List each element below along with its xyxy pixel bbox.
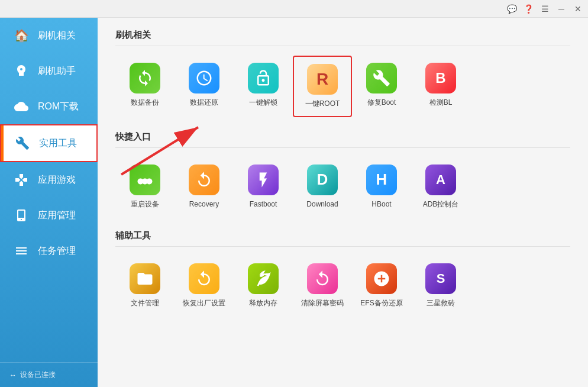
item-checkbl[interactable]: B 检测BL — [411, 56, 470, 117]
section-quick-entry: 快捷入口 重启设备 Recovery — [115, 131, 570, 217]
restart-label: 重启设备 — [131, 200, 159, 209]
connect-icon: ↔ — [9, 371, 17, 379]
adb-icon: A — [425, 165, 456, 195]
item-download[interactable]: D Download — [293, 157, 352, 217]
help-btn[interactable]: ❓ — [521, 2, 536, 16]
samsung-icon: S — [425, 263, 456, 294]
factoryreset-icon — [189, 263, 219, 294]
unlock-label: 一键解锁 — [249, 98, 277, 108]
download-icon: D — [307, 165, 338, 195]
sidebar-item-welcome[interactable]: 🏠 刷机相关 — [0, 18, 98, 53]
clearpass-icon — [307, 263, 338, 294]
factoryreset-label: 恢复出厂设置 — [183, 299, 225, 308]
item-freemem[interactable]: 释放内存 — [234, 256, 293, 315]
item-samsung[interactable]: S 三星救砖 — [411, 256, 470, 315]
sidebar-label-rom: ROM下载 — [38, 101, 79, 113]
sidebar-item-tools[interactable]: 实用工具 — [0, 124, 98, 162]
section-title-aux: 辅助工具 — [115, 230, 570, 247]
item-restore[interactable]: 数据还原 — [175, 56, 234, 117]
quick-entry-grid: 重启设备 Recovery Fastboot — [115, 157, 570, 217]
aux-tools-grid: 文件管理 恢复出厂设置 释放内存 — [115, 256, 570, 315]
hboot-label: HBoot — [371, 200, 391, 209]
minimize-btn[interactable]: ─ — [554, 2, 569, 16]
wrench-icon — [13, 134, 32, 153]
sidebar-label-tools: 实用工具 — [39, 137, 77, 150]
restore-label: 数据还原 — [190, 98, 218, 108]
sidebar-label-flash: 刷机助手 — [38, 65, 76, 78]
restore-icon — [189, 63, 219, 93]
freemem-icon — [248, 263, 279, 294]
item-hboot[interactable]: H HBoot — [352, 157, 411, 217]
status-label: 设备已连接 — [20, 370, 56, 380]
clearpass-label: 清除屏幕密码 — [301, 299, 344, 308]
flash-tools-grid: 数据备份 数据还原 一键解锁 R — [115, 56, 570, 117]
item-backup[interactable]: 数据备份 — [115, 56, 175, 117]
phone-icon — [12, 206, 31, 225]
restart-icon — [130, 165, 160, 195]
download-label: Download — [306, 200, 338, 209]
item-restart[interactable]: 重启设备 — [115, 157, 175, 217]
item-filemanage[interactable]: 文件管理 — [115, 256, 175, 315]
game-icon — [12, 170, 31, 189]
adb-label: ADB控制台 — [423, 200, 459, 209]
section-flash-tools: 刷机相关 数据备份 数据还原 — [115, 30, 570, 117]
connection-status: ↔ 设备已连接 — [0, 362, 98, 387]
checkbl-label: 检测BL — [429, 98, 453, 108]
fastboot-icon — [248, 165, 279, 195]
backup-icon — [130, 63, 160, 93]
list-icon — [12, 241, 31, 260]
sidebar-item-tasks[interactable]: 任务管理 — [0, 233, 98, 269]
efsbackup-icon — [366, 263, 397, 294]
app-container: 🏠 刷机相关 刷机助手 ROM下载 实用工具 应用游戏 — [0, 18, 588, 387]
root-icon: R — [307, 64, 338, 95]
sidebar-item-games[interactable]: 应用游戏 — [0, 162, 98, 198]
main-content: 刷机相关 数据备份 数据还原 — [98, 18, 588, 387]
item-fixboot[interactable]: 修复Boot — [352, 56, 411, 117]
freemem-label: 释放内存 — [249, 299, 277, 308]
flash-icon — [12, 62, 31, 80]
efsbackup-label: EFS备份还原 — [360, 299, 402, 308]
menu-btn[interactable]: ☰ — [537, 2, 553, 16]
sidebar-label-tasks: 任务管理 — [38, 245, 76, 257]
svg-point-0 — [20, 68, 22, 70]
item-recovery[interactable]: Recovery — [175, 157, 234, 217]
sidebar-label-appmanage: 应用管理 — [38, 209, 76, 222]
item-clearpass[interactable]: 清除屏幕密码 — [293, 256, 352, 315]
item-efsbackup[interactable]: EFS备份还原 — [352, 256, 411, 315]
sidebar-label-welcome: 刷机相关 — [38, 30, 76, 42]
fastboot-label: Fastboot — [250, 200, 277, 209]
samsung-label: 三星救砖 — [427, 299, 455, 308]
filemanage-icon — [130, 263, 160, 294]
sidebar-item-appmanage[interactable]: 应用管理 — [0, 198, 98, 233]
root-label: 一键ROOT — [305, 99, 340, 109]
sidebar: 🏠 刷机相关 刷机助手 ROM下载 实用工具 应用游戏 — [0, 18, 98, 387]
fixboot-icon — [366, 63, 397, 93]
cloud-icon — [12, 97, 31, 116]
section-title-flash: 刷机相关 — [115, 30, 570, 46]
unlock-icon — [248, 63, 279, 93]
recovery-label: Recovery — [189, 200, 219, 209]
item-factoryreset[interactable]: 恢复出厂设置 — [175, 256, 234, 315]
section-aux-tools: 辅助工具 文件管理 恢复出厂设置 — [115, 230, 570, 315]
backup-label: 数据备份 — [131, 98, 159, 108]
item-adb[interactable]: A ADB控制台 — [411, 157, 470, 217]
recovery-icon — [189, 165, 219, 195]
filemanage-label: 文件管理 — [131, 299, 159, 308]
item-root[interactable]: R 一键ROOT — [293, 56, 352, 117]
home-icon: 🏠 — [12, 26, 31, 45]
fixboot-label: 修复Boot — [367, 98, 396, 108]
sidebar-label-games: 应用游戏 — [38, 174, 76, 186]
close-btn[interactable]: ✕ — [570, 2, 586, 16]
item-fastboot[interactable]: Fastboot — [234, 157, 293, 217]
checkbl-icon: B — [425, 63, 456, 93]
item-unlock[interactable]: 一键解锁 — [234, 56, 293, 117]
titlebar: 💬 ❓ ☰ ─ ✕ — [0, 0, 588, 18]
hboot-icon: H — [366, 165, 397, 195]
sidebar-item-rom[interactable]: ROM下载 — [0, 89, 98, 124]
section-title-quick: 快捷入口 — [115, 131, 570, 148]
sidebar-item-flash[interactable]: 刷机助手 — [0, 53, 98, 89]
chat-btn[interactable]: 💬 — [504, 2, 519, 16]
